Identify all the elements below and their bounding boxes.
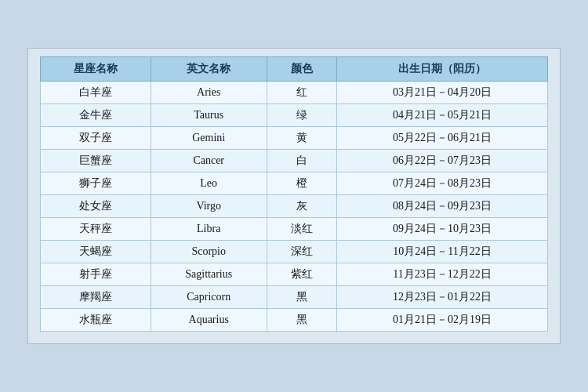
cell-date: 05月22日－06月21日	[337, 127, 548, 150]
table-header-row: 星座名称 英文名称 颜色 出生日期（阳历）	[41, 57, 548, 82]
header-color: 颜色	[267, 57, 337, 82]
table-row: 天秤座Libra淡红09月24日－10月23日	[41, 218, 548, 241]
cell-english-name: Capricorn	[151, 286, 267, 309]
cell-chinese-name: 天秤座	[41, 218, 151, 241]
table-row: 水瓶座Aquarius黑01月21日－02月19日	[41, 309, 548, 332]
cell-date: 01月21日－02月19日	[337, 309, 548, 332]
cell-color: 淡红	[267, 218, 337, 241]
main-container: 星座名称 英文名称 颜色 出生日期（阳历） 白羊座Aries红03月21日－04…	[27, 48, 561, 344]
cell-date: 08月24日－09月23日	[337, 195, 548, 218]
cell-date: 10月24日－11月22日	[337, 241, 548, 263]
header-english-name: 英文名称	[151, 57, 267, 82]
cell-chinese-name: 狮子座	[41, 172, 151, 195]
cell-color: 灰	[267, 195, 337, 218]
cell-color: 黄	[267, 127, 337, 150]
cell-color: 红	[267, 82, 337, 104]
table-row: 摩羯座Capricorn黑12月23日－01月22日	[41, 286, 548, 309]
cell-color: 白	[267, 150, 337, 172]
cell-color: 紫红	[267, 263, 337, 286]
header-chinese-name: 星座名称	[41, 57, 151, 82]
table-row: 巨蟹座Cancer白06月22日－07月23日	[41, 150, 548, 172]
table-row: 白羊座Aries红03月21日－04月20日	[41, 82, 548, 104]
table-row: 天蝎座Scorpio深红10月24日－11月22日	[41, 241, 548, 263]
cell-chinese-name: 水瓶座	[41, 309, 151, 332]
cell-color: 黑	[267, 286, 337, 309]
cell-english-name: Aquarius	[151, 309, 267, 332]
cell-chinese-name: 处女座	[41, 195, 151, 218]
cell-english-name: Libra	[151, 218, 267, 241]
cell-english-name: Taurus	[151, 104, 267, 127]
table-row: 双子座Gemini黄05月22日－06月21日	[41, 127, 548, 150]
zodiac-table: 星座名称 英文名称 颜色 出生日期（阳历） 白羊座Aries红03月21日－04…	[40, 56, 548, 332]
cell-color: 深红	[267, 241, 337, 263]
cell-chinese-name: 射手座	[41, 263, 151, 286]
cell-english-name: Virgo	[151, 195, 267, 218]
cell-date: 03月21日－04月20日	[337, 82, 548, 104]
cell-chinese-name: 双子座	[41, 127, 151, 150]
cell-date: 04月21日－05月21日	[337, 104, 548, 127]
cell-english-name: Gemini	[151, 127, 267, 150]
header-date: 出生日期（阳历）	[337, 57, 548, 82]
table-row: 金牛座Taurus绿04月21日－05月21日	[41, 104, 548, 127]
cell-chinese-name: 摩羯座	[41, 286, 151, 309]
table-row: 射手座Sagittarius紫红11月23日－12月22日	[41, 263, 548, 286]
cell-english-name: Cancer	[151, 150, 267, 172]
cell-date: 11月23日－12月22日	[337, 263, 548, 286]
cell-chinese-name: 巨蟹座	[41, 150, 151, 172]
cell-date: 06月22日－07月23日	[337, 150, 548, 172]
cell-color: 绿	[267, 104, 337, 127]
cell-chinese-name: 白羊座	[41, 82, 151, 104]
table-row: 处女座Virgo灰08月24日－09月23日	[41, 195, 548, 218]
table-row: 狮子座Leo橙07月24日－08月23日	[41, 172, 548, 195]
cell-chinese-name: 天蝎座	[41, 241, 151, 263]
cell-chinese-name: 金牛座	[41, 104, 151, 127]
cell-date: 09月24日－10月23日	[337, 218, 548, 241]
cell-english-name: Scorpio	[151, 241, 267, 263]
cell-date: 07月24日－08月23日	[337, 172, 548, 195]
cell-color: 黑	[267, 309, 337, 332]
cell-english-name: Leo	[151, 172, 267, 195]
cell-english-name: Sagittarius	[151, 263, 267, 286]
cell-english-name: Aries	[151, 82, 267, 104]
cell-color: 橙	[267, 172, 337, 195]
cell-date: 12月23日－01月22日	[337, 286, 548, 309]
